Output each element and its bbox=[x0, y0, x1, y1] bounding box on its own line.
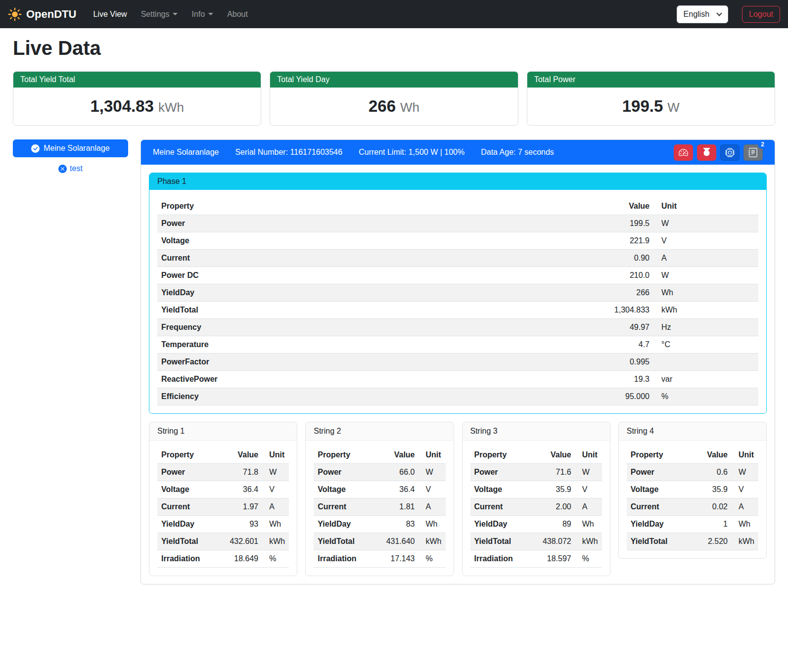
table-row: Current0.90A bbox=[157, 250, 758, 267]
table-row: Current1.81A bbox=[314, 498, 445, 516]
logout-button[interactable]: Logout bbox=[742, 6, 780, 23]
device-info-button[interactable] bbox=[720, 144, 740, 161]
string-card-2: String 2 Property Value Unit bbox=[305, 422, 454, 576]
nav-live-view[interactable]: Live View bbox=[86, 6, 134, 23]
inverter-card-header: Meine Solaranlage Serial Number: 1161716… bbox=[141, 140, 775, 165]
summary-unit: W bbox=[667, 100, 680, 115]
summary-card-total-power: Total Power 199.5 W bbox=[527, 71, 775, 126]
value-cell: 432.601 bbox=[222, 533, 262, 550]
unit-cell: A bbox=[262, 498, 289, 516]
navbar: OpenDTU Live View Settings Info About En… bbox=[0, 0, 788, 28]
table-row: Irradiation17.143% bbox=[314, 550, 445, 568]
inverter-select-button[interactable]: Meine Solaranlage bbox=[13, 139, 128, 157]
nav-about[interactable]: About bbox=[220, 6, 255, 23]
nav-info[interactable]: Info bbox=[185, 6, 220, 23]
caret-down-icon bbox=[208, 13, 213, 15]
inverter-name: Meine Solaranlage bbox=[153, 148, 219, 157]
brand-label: OpenDTU bbox=[26, 8, 76, 21]
property-cell: Power bbox=[627, 464, 691, 481]
property-cell: YieldDay bbox=[157, 516, 222, 533]
event-log-button[interactable]: 2 bbox=[743, 144, 763, 161]
column-header-value: Value bbox=[222, 447, 262, 464]
value-cell: 0.02 bbox=[691, 498, 732, 516]
value-cell: 17.143 bbox=[378, 550, 419, 568]
value-cell: 1.81 bbox=[378, 498, 419, 516]
property-cell: Power bbox=[157, 215, 574, 232]
nav-settings[interactable]: Settings bbox=[134, 6, 185, 23]
string-card-4: String 4 Property Value Unit bbox=[618, 422, 767, 559]
summary-card-total-yield-total: Total Yield Total 1,304.83 kWh bbox=[13, 71, 261, 126]
table-row: PowerFactor0.995 bbox=[157, 354, 758, 371]
strings-row: String 1 Property Value Unit bbox=[149, 422, 767, 576]
summary-card-body: 1,304.83 kWh bbox=[13, 88, 261, 125]
property-cell: Irradiation bbox=[470, 550, 535, 568]
property-cell: Current bbox=[470, 498, 535, 516]
property-cell: Voltage bbox=[470, 481, 535, 498]
property-cell: ReactivePower bbox=[157, 371, 574, 388]
table-row: Current2.00A bbox=[470, 498, 602, 516]
table-row: Power0.6W bbox=[627, 464, 758, 481]
value-cell: 1.97 bbox=[222, 498, 262, 516]
table-row: YieldDay89Wh bbox=[470, 516, 602, 533]
inverter-data-age: Data Age: 7 seconds bbox=[481, 148, 554, 157]
value-cell: 2.00 bbox=[535, 498, 575, 516]
value-cell: 49.97 bbox=[574, 319, 653, 336]
summary-value: 266 bbox=[369, 97, 396, 116]
event-count-badge: 2 bbox=[758, 140, 767, 149]
unit-cell: kWh bbox=[419, 533, 446, 550]
table-row: Voltage35.9V bbox=[627, 481, 758, 498]
string-card-body: Property Value Unit Power71.6WVoltage35.… bbox=[463, 441, 610, 576]
property-cell: YieldDay bbox=[157, 284, 574, 302]
language-select-value: English bbox=[684, 10, 709, 19]
unit-cell: °C bbox=[653, 336, 758, 354]
column-header-value: Value bbox=[535, 447, 575, 464]
string-card-title: String 3 bbox=[463, 422, 610, 441]
table-header-row: Property Value Unit bbox=[314, 447, 445, 464]
summary-unit: kWh bbox=[158, 100, 184, 115]
x-circle-icon[interactable] bbox=[58, 165, 67, 173]
page-title: Live Data bbox=[13, 37, 775, 59]
chevron-down-icon bbox=[716, 10, 722, 16]
value-cell: 95.000 bbox=[574, 388, 653, 405]
inverter-card-body: Phase 1 Property Value Unit Power199.5WV… bbox=[141, 165, 775, 584]
property-cell: Irradiation bbox=[314, 550, 378, 568]
string-table-body: Power0.6WVoltage35.9VCurrent0.02AYieldDa… bbox=[627, 464, 758, 550]
string-table: Property Value Unit Power66.0WVoltage36.… bbox=[314, 447, 445, 568]
value-cell: 431.640 bbox=[378, 533, 419, 550]
unit-cell: % bbox=[419, 550, 446, 568]
property-cell: YieldTotal bbox=[314, 533, 378, 550]
string-table-body: Power71.8WVoltage36.4VCurrent1.97AYieldD… bbox=[157, 464, 289, 568]
unit-cell: Wh bbox=[732, 516, 758, 533]
value-cell: 18.649 bbox=[222, 550, 262, 568]
unit-cell: % bbox=[575, 550, 602, 568]
summary-card-title: Total Power bbox=[527, 72, 775, 88]
property-cell: Current bbox=[627, 498, 691, 516]
table-row: Power199.5W bbox=[157, 215, 758, 232]
table-row: YieldTotal432.601kWh bbox=[157, 533, 289, 550]
check-circle-icon bbox=[31, 144, 40, 153]
unit-cell: Wh bbox=[419, 516, 446, 533]
property-cell: Current bbox=[157, 250, 574, 267]
nav-settings-label: Settings bbox=[141, 10, 170, 19]
value-cell: 1 bbox=[691, 516, 732, 533]
inverter-card: Meine Solaranlage Serial Number: 1161716… bbox=[140, 139, 775, 584]
value-cell: 89 bbox=[535, 516, 575, 533]
inverter-header-actions: 2 bbox=[674, 144, 763, 161]
unit-cell: A bbox=[732, 498, 758, 516]
property-cell: PowerFactor bbox=[157, 354, 574, 371]
table-row: YieldTotal1,304.833kWh bbox=[157, 302, 758, 319]
string-card-title: String 2 bbox=[306, 422, 453, 441]
nav-info-label: Info bbox=[191, 10, 205, 19]
table-row: Efficiency95.000% bbox=[157, 388, 758, 405]
limit-settings-button[interactable] bbox=[674, 144, 693, 161]
language-select[interactable]: English bbox=[677, 5, 728, 23]
power-settings-button[interactable] bbox=[697, 144, 716, 161]
summary-card-body: 266 Wh bbox=[270, 88, 517, 125]
brand-link[interactable]: OpenDTU bbox=[8, 7, 76, 21]
value-cell: 0.995 bbox=[574, 354, 653, 371]
table-row: Power71.6W bbox=[470, 464, 602, 481]
unit-cell: kWh bbox=[575, 533, 602, 550]
inverter-limit: Current Limit: 1,500 W | 100% bbox=[359, 148, 464, 157]
unit-cell: W bbox=[653, 267, 758, 284]
value-cell: 210.0 bbox=[574, 267, 653, 284]
